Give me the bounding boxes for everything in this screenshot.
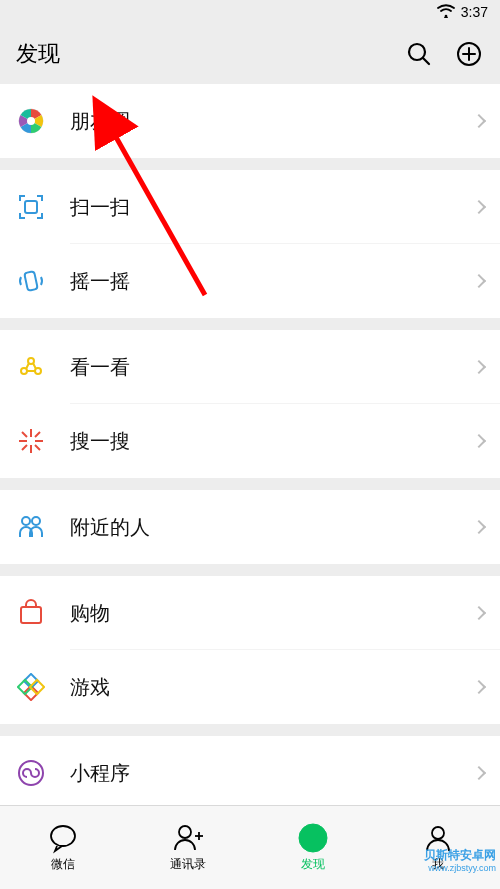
add-icon[interactable] <box>454 39 484 69</box>
chevron-right-icon <box>472 274 486 288</box>
row-label: 朋友圈 <box>70 108 474 135</box>
tab-label: 发现 <box>301 856 325 873</box>
header: 发现 <box>0 24 500 84</box>
wifi-icon <box>437 4 455 21</box>
page-title: 发现 <box>16 39 60 69</box>
row-label: 摇一摇 <box>70 268 474 295</box>
tab-label: 通讯录 <box>170 856 206 873</box>
row-label: 搜一搜 <box>70 428 474 455</box>
row-label: 扫一扫 <box>70 194 474 221</box>
header-actions <box>404 39 484 69</box>
svg-line-17 <box>22 432 27 437</box>
svg-point-7 <box>27 117 35 125</box>
tab-contacts[interactable]: 通讯录 <box>125 806 250 889</box>
tab-discover[interactable]: 发现 <box>250 806 375 889</box>
row-top-stories[interactable]: 看一看 <box>0 330 500 404</box>
row-label: 小程序 <box>70 760 474 787</box>
chevron-right-icon <box>472 200 486 214</box>
row-games[interactable]: 游戏 <box>0 650 500 724</box>
svg-line-20 <box>35 432 40 437</box>
row-shopping[interactable]: 购物 <box>0 576 500 650</box>
games-icon <box>16 672 46 702</box>
svg-point-34 <box>432 827 444 839</box>
chevron-right-icon <box>472 520 486 534</box>
tab-chat[interactable]: 微信 <box>0 806 125 889</box>
tab-label: 微信 <box>51 856 75 873</box>
chevron-right-icon <box>472 680 486 694</box>
svg-point-29 <box>51 826 75 846</box>
row-scan[interactable]: 扫一扫 <box>0 170 500 244</box>
chevron-right-icon <box>472 360 486 374</box>
shopping-icon <box>16 598 46 628</box>
row-mini-programs[interactable]: 小程序 <box>0 736 500 810</box>
tab-me[interactable]: 我 <box>375 806 500 889</box>
svg-point-0 <box>444 14 447 17</box>
svg-line-19 <box>22 445 27 450</box>
top-stories-icon <box>16 352 46 382</box>
status-bar: 3:37 <box>0 0 500 24</box>
svg-line-18 <box>35 445 40 450</box>
scan-icon <box>16 192 46 222</box>
svg-line-2 <box>423 58 429 64</box>
svg-point-21 <box>22 517 30 525</box>
row-search[interactable]: 搜一搜 <box>0 404 500 478</box>
row-shake[interactable]: 摇一摇 <box>0 244 500 318</box>
svg-rect-23 <box>21 607 41 623</box>
row-label: 看一看 <box>70 354 474 381</box>
tab-label: 我 <box>432 856 444 873</box>
moments-icon <box>16 106 46 136</box>
tab-bar: 微信 通讯录 发现 我 <box>0 805 500 889</box>
svg-rect-8 <box>25 201 37 213</box>
status-time: 3:37 <box>461 4 488 20</box>
search-content-icon <box>16 426 46 456</box>
chevron-right-icon <box>472 606 486 620</box>
shake-icon <box>16 266 46 296</box>
row-moments[interactable]: 朋友圈 <box>0 84 500 158</box>
content-list: 朋友圈 扫一扫 摇一摇 看一看 <box>0 84 500 810</box>
row-nearby[interactable]: 附近的人 <box>0 490 500 564</box>
row-label: 游戏 <box>70 674 474 701</box>
chevron-right-icon <box>472 766 486 780</box>
search-icon[interactable] <box>404 39 434 69</box>
row-label: 购物 <box>70 600 474 627</box>
chevron-right-icon <box>472 434 486 448</box>
row-label: 附近的人 <box>70 514 474 541</box>
chevron-right-icon <box>472 114 486 128</box>
nearby-icon <box>16 512 46 542</box>
svg-point-22 <box>32 517 40 525</box>
svg-rect-9 <box>24 271 38 291</box>
svg-point-30 <box>179 826 191 838</box>
mini-programs-icon <box>16 758 46 788</box>
